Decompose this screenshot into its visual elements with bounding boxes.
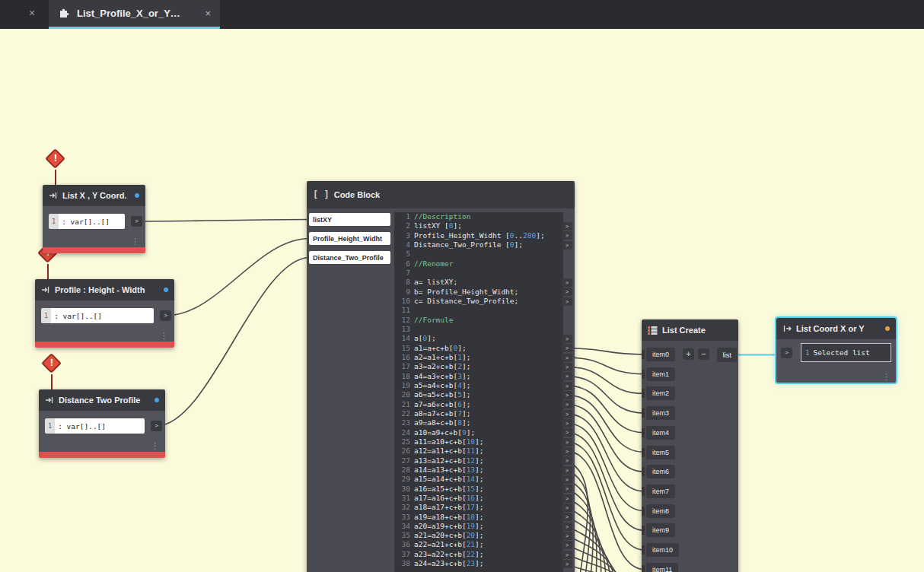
remove-item-button[interactable]: − [698,348,709,360]
code-output-port[interactable]: > [562,382,572,390]
code-output-port[interactable]: > [562,391,572,399]
code-output-port[interactable]: > [562,428,572,437]
wire[interactable] [567,358,645,374]
node-more-icon[interactable]: ⋮ [35,331,174,342]
code-line: 32a18=a17+c+b[17]; [394,503,563,512]
list-create-input-item3[interactable]: item3 [646,406,675,420]
code-block-node[interactable]: [ ] Code Block listXYProfile_Height_Widh… [307,181,575,572]
list-create-input-item6[interactable]: item6 [646,465,675,478]
list-create-input-item9[interactable]: item9 [646,523,675,537]
input-editor[interactable]: 1: var[]..[] [49,214,125,229]
code-editor[interactable]: 1//Description2listXY [0];3Profile_Heigh… [394,212,563,572]
code-output-port[interactable]: > [562,513,572,521]
wire[interactable] [567,367,645,393]
warning-icon[interactable]: ! [40,354,64,390]
code-output-port[interactable]: > [562,241,572,249]
code-output-port[interactable]: > [562,560,572,568]
wire[interactable] [157,258,311,427]
node-more-icon[interactable]: ⋮ [39,441,165,452]
code-output-port[interactable]: > [562,419,572,427]
code-output-port[interactable]: > [562,494,572,503]
code-output-port[interactable]: > [562,504,572,512]
code-output-port[interactable]: > [562,447,572,456]
code-output-port[interactable]: > [562,344,572,352]
input-node-header[interactable]: Profile : Height - Width [35,279,174,300]
input-node-header[interactable]: Distance Two Profile [39,389,165,411]
code-output-port[interactable]: > [562,485,572,493]
code-text: Profile_Height_Widht [0..200]; [414,231,545,240]
wire[interactable] [567,377,645,413]
list-coord-input-port[interactable]: > [781,348,792,358]
add-item-button[interactable]: + [683,348,694,360]
code-output-port[interactable]: > [562,541,572,549]
code-output-port[interactable]: > [562,288,572,296]
output-port[interactable]: > [160,310,171,321]
list-output-port[interactable]: list [717,348,737,362]
code-output-port[interactable]: > [562,551,572,559]
workspace-close-icon[interactable]: × [29,7,35,19]
code-output-port[interactable]: > [562,456,572,465]
code-output-port[interactable]: > [562,335,572,343]
list-create-input-item7[interactable]: item7 [646,485,675,498]
input-node[interactable]: List X , Y Coord.1: var[]..[]>⋮ [43,185,145,253]
wire[interactable] [567,555,639,572]
list-create-input-item1[interactable]: item1 [646,367,675,381]
input-node[interactable]: Distance Two Profile1: var[]..[]>⋮ [39,389,165,458]
code-input-port-Distance_Two_Profile[interactable]: Distance_Two_Profile [309,251,390,264]
list-create-header[interactable]: List Create [642,319,738,341]
tab-list-profile[interactable]: List_Profile_X_or_Y… × [49,0,220,29]
wire[interactable] [567,405,645,472]
wire[interactable] [137,220,311,222]
code-output-port[interactable]: > [562,222,572,230]
list-create-input-item0[interactable]: item0 [646,348,675,361]
code-line: 18a4=a3+c+b[3]; [394,372,563,381]
list-create-node[interactable]: List Create + − list item0item1item2item… [642,319,738,572]
wire[interactable] [567,564,645,572]
code-output-port[interactable]: > [562,400,572,408]
code-output-port[interactable]: > [562,475,572,484]
code-output-port[interactable]: > [562,231,572,240]
code-input-port-Profile_Height_Widht[interactable]: Profile_Height_Widht [309,232,390,245]
input-node[interactable]: Profile : Height - Width1: var[]..[]>⋮ [35,279,174,348]
wire[interactable] [567,433,645,531]
list-create-input-item5[interactable]: item5 [646,446,675,459]
port-tick [642,350,645,359]
node-more-icon[interactable]: ⋮ [43,237,145,247]
code-output-port[interactable]: > [562,363,572,371]
code-output-port[interactable]: > [562,523,572,531]
wire[interactable] [166,239,311,316]
list-create-input-item10[interactable]: item10 [646,543,679,557]
code-output-port[interactable]: > [562,466,572,475]
list-coord-node[interactable]: List Coord X or Y > 1 Selected list ⋮ [776,318,896,383]
output-name-box[interactable]: 1 Selected list [801,343,891,362]
warning-icon[interactable]: ! [43,149,68,186]
code-block-header[interactable]: [ ] Code Block [307,181,575,208]
output-port[interactable]: > [131,216,142,227]
input-editor[interactable]: 1: var[]..[] [45,418,145,434]
code-output-port[interactable]: > [562,372,572,380]
code-output-port[interactable]: > [562,410,572,418]
warning-exclamation: ! [40,357,64,368]
code-output-port[interactable]: > [562,278,572,287]
node-more-icon[interactable]: ⋮ [882,372,891,381]
code-output-port[interactable]: > [562,297,572,306]
line-number: 25 [394,437,414,446]
input-node-header[interactable]: List X , Y Coord. [43,185,145,206]
wire[interactable] [567,395,645,452]
code-output-port[interactable]: > [562,532,572,540]
list-create-input-item8[interactable]: item8 [646,504,675,518]
dynamo-workspace[interactable]: [ ] Code Block listXYProfile_Height_Widh… [0,0,924,572]
code-line: 21a7=a6+c+b[6]; [394,400,563,409]
list-create-input-item11[interactable]: item11 [646,563,678,572]
list-create-input-item4[interactable]: item4 [646,426,675,440]
wire[interactable] [567,348,645,354]
code-input-port-listXY[interactable]: listXY [309,213,390,226]
input-editor[interactable]: 1: var[]..[] [41,308,154,323]
code-output-port[interactable]: > [562,354,572,362]
tab-close-icon[interactable]: × [205,8,211,19]
output-port[interactable]: > [151,421,162,431]
input-node-body: 1: var[]..[]> [39,411,165,441]
list-coord-header[interactable]: List Coord X or Y [776,318,896,339]
list-create-input-item2[interactable]: item2 [646,386,675,400]
code-output-port[interactable]: > [562,438,572,446]
